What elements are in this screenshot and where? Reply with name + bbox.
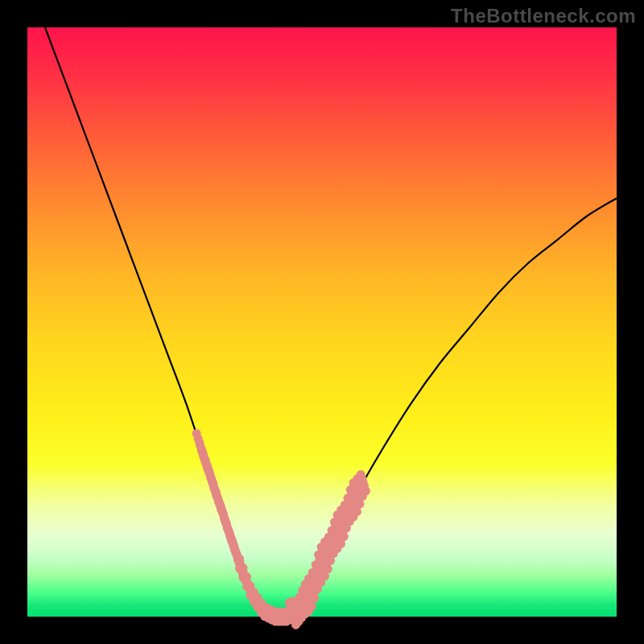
chart-svg [27, 27, 617, 617]
highlight-dot [361, 487, 370, 496]
highlight-dot [300, 602, 309, 611]
highlight-dot [310, 594, 319, 603]
highlight-dot [340, 532, 349, 541]
highlight-dot [356, 500, 365, 509]
highlight-dot [353, 507, 361, 516]
marker-layer [192, 429, 370, 630]
chart-area [27, 27, 617, 617]
highlight-dot [324, 564, 332, 573]
outer-frame: TheBottleneck.com [0, 0, 644, 644]
watermark-text: TheBottleneck.com [451, 5, 636, 27]
highlight-dot [308, 602, 316, 611]
